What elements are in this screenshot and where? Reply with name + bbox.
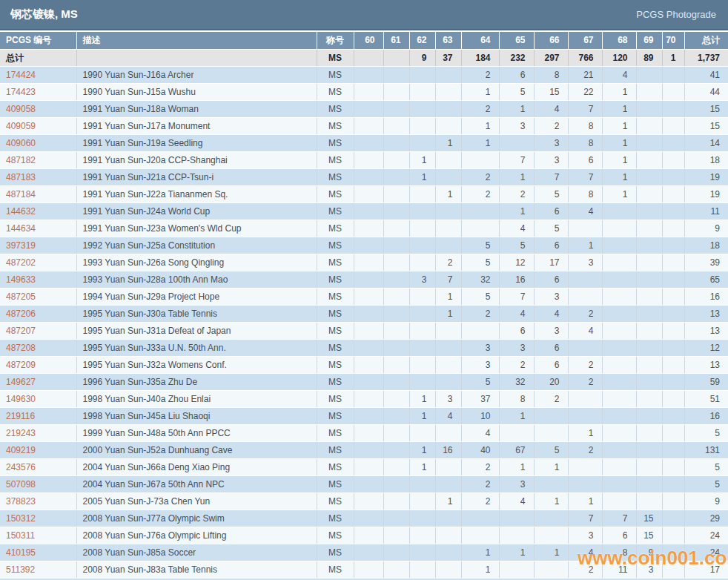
grade-62-cell bbox=[409, 202, 435, 220]
grade-70-cell bbox=[662, 271, 684, 288]
designation-cell: MS bbox=[317, 390, 354, 407]
pcgs-number-link[interactable]: 144632 bbox=[0, 202, 76, 220]
grade-68-cell bbox=[602, 373, 636, 390]
grade-60-cell bbox=[354, 510, 383, 527]
pcgs-number-link[interactable]: 487205 bbox=[0, 288, 76, 305]
table-row: 487205 1994 Yuan Sun-J29a Project Hope M… bbox=[0, 288, 728, 305]
table-row: 378823 2005 Yuan Sun-J-73a Chen Yun MS 1… bbox=[0, 492, 728, 510]
grade-62-cell bbox=[409, 356, 435, 373]
grade-65-cell: 4 bbox=[499, 220, 534, 237]
grade-69-cell bbox=[636, 373, 662, 390]
pcgs-number-link[interactable]: 487182 bbox=[0, 151, 76, 168]
pcgs-number-link[interactable]: 507098 bbox=[0, 475, 76, 492]
row-total-cell: 9 bbox=[684, 492, 728, 510]
designation-cell: MS bbox=[317, 475, 354, 492]
column-header-grade-70: 70 bbox=[662, 32, 684, 49]
pcgs-number-link[interactable]: 150311 bbox=[0, 527, 76, 544]
pcgs-number-link[interactable]: 219243 bbox=[0, 424, 76, 441]
designation-cell: MS bbox=[317, 510, 354, 527]
grade-64-cell: 5 bbox=[461, 254, 499, 271]
grade-67-cell: 1 bbox=[568, 424, 602, 441]
grade-60-cell bbox=[354, 237, 383, 254]
pcgs-number-link[interactable]: 410195 bbox=[0, 544, 76, 561]
grade-68-cell: 7 bbox=[602, 510, 636, 527]
grade-63-cell bbox=[435, 117, 461, 134]
pcgs-number-link[interactable]: 487184 bbox=[0, 185, 76, 202]
row-total-cell: 51 bbox=[684, 390, 728, 407]
grade-66-cell: 6 bbox=[534, 237, 568, 254]
pcgs-number-link[interactable]: 487207 bbox=[0, 322, 76, 339]
row-total-cell: 14 bbox=[684, 134, 728, 151]
designation-cell: MS bbox=[317, 220, 354, 237]
pcgs-number-link[interactable]: 409219 bbox=[0, 441, 76, 458]
grade-69-cell bbox=[636, 151, 662, 168]
row-total-cell: 13 bbox=[684, 305, 728, 322]
coin-description-cell: 1992 Yuan Sun-J25a Constitution bbox=[76, 237, 317, 254]
pcgs-photograde-link[interactable]: PCGS Photograde bbox=[636, 9, 728, 20]
designation-cell: MS bbox=[317, 271, 354, 288]
grade-64-cell: 2 bbox=[461, 492, 499, 510]
pcgs-number-link[interactable]: 487202 bbox=[0, 254, 76, 271]
grade-66-cell: 2 bbox=[534, 390, 568, 407]
pcgs-number-link[interactable]: 487206 bbox=[0, 305, 76, 322]
row-total-cell: 44 bbox=[684, 83, 728, 100]
grade-68-cell bbox=[602, 424, 636, 441]
grade-69-cell bbox=[636, 168, 662, 185]
grade-67-cell: 7 bbox=[568, 100, 602, 117]
pcgs-number-link[interactable]: 149633 bbox=[0, 271, 76, 288]
grade-66-cell bbox=[534, 561, 568, 578]
coin-description-cell: 2005 Yuan Sun-J-73a Chen Yun bbox=[76, 492, 317, 510]
grade-70-cell bbox=[662, 220, 684, 237]
table-row: 409060 1991 Yuan Sun-J19a Seedling MS 1 … bbox=[0, 134, 728, 151]
grade-61-cell bbox=[383, 373, 409, 390]
pcgs-number-link[interactable]: 487183 bbox=[0, 168, 76, 185]
pcgs-number-link[interactable]: 149627 bbox=[0, 373, 76, 390]
pcgs-number-link[interactable]: 511392 bbox=[0, 561, 76, 578]
pcgs-number-link[interactable]: 144634 bbox=[0, 220, 76, 237]
coin-description-cell: 2008 Yuan Sun-J83a Table Tennis bbox=[76, 561, 317, 578]
table-row: 409058 1991 Yuan Sun-J18a Woman MS 2 1 4… bbox=[0, 100, 728, 117]
pcgs-number-link[interactable]: 397319 bbox=[0, 237, 76, 254]
pcgs-number-link[interactable]: 409059 bbox=[0, 117, 76, 134]
pcgs-number-link[interactable]: 149630 bbox=[0, 390, 76, 407]
grade-67-cell: 7 bbox=[568, 168, 602, 185]
grade-60-cell bbox=[354, 220, 383, 237]
grade-63-cell: 1 bbox=[435, 134, 461, 151]
grade-66-cell: 6 bbox=[534, 202, 568, 220]
grade-67-cell: 8 bbox=[568, 185, 602, 202]
grade-61-cell bbox=[383, 288, 409, 305]
pcgs-number-link[interactable]: 150312 bbox=[0, 510, 76, 527]
designation-cell: MS bbox=[317, 441, 354, 458]
summary-grade-70: 1 bbox=[662, 49, 684, 66]
pcgs-number-link[interactable]: 409060 bbox=[0, 134, 76, 151]
designation-cell: MS bbox=[317, 305, 354, 322]
pcgs-number-link[interactable]: 409058 bbox=[0, 100, 76, 117]
header-row: PCGS 编号 描述 称号 60 61 62 63 64 65 66 67 68… bbox=[0, 32, 728, 49]
pcgs-number-link[interactable]: 487209 bbox=[0, 356, 76, 373]
row-total-cell: 15 bbox=[684, 117, 728, 134]
grade-61-cell bbox=[383, 202, 409, 220]
pcgs-number-link[interactable]: 174423 bbox=[0, 83, 76, 100]
column-header-grade-66: 66 bbox=[534, 32, 568, 49]
grade-67-cell bbox=[568, 288, 602, 305]
row-total-cell: 18 bbox=[684, 237, 728, 254]
grade-70-cell bbox=[662, 185, 684, 202]
pcgs-number-link[interactable]: 219116 bbox=[0, 407, 76, 424]
grade-64-cell: 2 bbox=[461, 66, 499, 83]
pcgs-number-link[interactable]: 243576 bbox=[0, 458, 76, 475]
pcgs-number-link[interactable]: 174424 bbox=[0, 66, 76, 83]
grade-63-cell bbox=[435, 424, 461, 441]
grade-62-cell bbox=[409, 561, 435, 578]
table-row: 150312 2008 Yuan Sun-J77a Olympic Swim M… bbox=[0, 510, 728, 527]
summary-grade-62: 9 bbox=[409, 49, 435, 66]
grade-61-cell bbox=[383, 151, 409, 168]
grade-69-cell bbox=[636, 271, 662, 288]
column-header-grade-64: 64 bbox=[461, 32, 499, 49]
grade-68-cell bbox=[602, 271, 636, 288]
designation-cell: MS bbox=[317, 83, 354, 100]
table-row: 487182 1991 Yuan Sun-J20a CCP-Shanghai M… bbox=[0, 151, 728, 168]
grade-70-cell bbox=[662, 373, 684, 390]
grade-67-cell: 1 bbox=[568, 237, 602, 254]
pcgs-number-link[interactable]: 487208 bbox=[0, 339, 76, 356]
pcgs-number-link[interactable]: 378823 bbox=[0, 492, 76, 510]
